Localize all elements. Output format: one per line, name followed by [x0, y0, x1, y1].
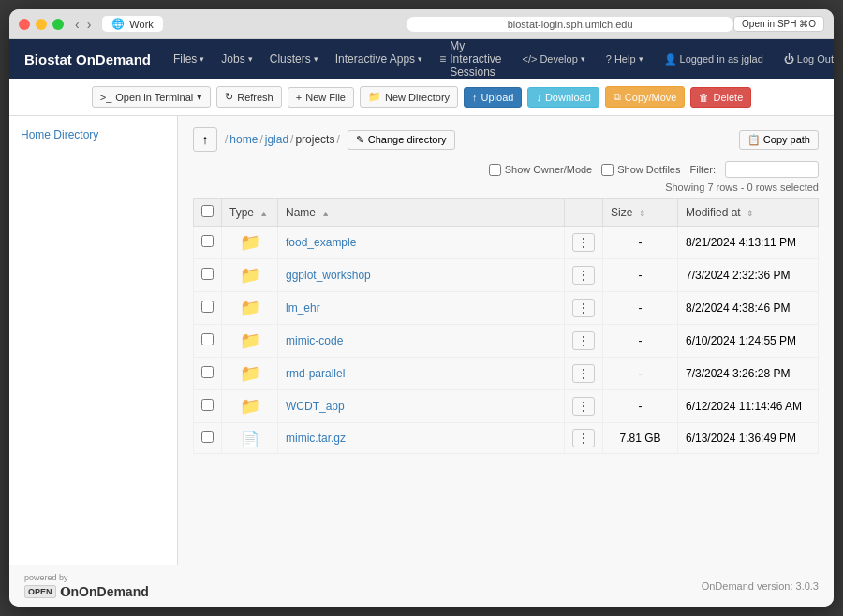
row-modified-0: 8/21/2024 4:13:11 PM [678, 227, 819, 259]
powered-by-text: powered by [24, 573, 149, 582]
trash-icon: 🗑 [699, 92, 709, 103]
row-modified-2: 8/2/2024 4:38:46 PM [678, 292, 819, 325]
maximize-button[interactable] [52, 19, 64, 30]
back-button[interactable]: ‹ [73, 17, 81, 32]
sidebar: Home Directory [9, 116, 178, 565]
show-owner-mode-checkbox[interactable] [489, 164, 501, 176]
new-file-label: New File [305, 92, 346, 103]
minimize-button[interactable] [36, 19, 47, 30]
file-link-5[interactable]: WCDT_app [286, 400, 345, 413]
row-action-button-5[interactable]: ⋮ [572, 397, 595, 416]
file-link-3[interactable]: mimic-code [286, 334, 343, 347]
table-row: 📄 mimic.tar.gz ⋮ 7.81 GB 6/13/2024 1:36:… [194, 423, 819, 454]
refresh-button[interactable]: ↻ Refresh [216, 86, 282, 108]
upload-label: Upload [481, 92, 514, 103]
home-directory-link[interactable]: Home Directory [21, 128, 98, 141]
forward-button[interactable]: › [85, 17, 94, 32]
filter-label-text: Filter: [690, 164, 717, 175]
new-directory-button[interactable]: 📁 New Directory [360, 86, 458, 108]
nav-clusters[interactable]: Clusters ▾ [262, 47, 326, 71]
nav-right: </> Develop ▾ ? Help ▾ 👤 Logged in as jg… [515, 48, 835, 71]
folder-icon: 📁 [240, 331, 260, 350]
file-link-1[interactable]: ggplot_workshop [286, 269, 371, 282]
show-dotfiles-checkbox[interactable] [601, 164, 614, 176]
close-button[interactable] [19, 19, 30, 30]
files-caret: ▾ [200, 54, 204, 64]
row-action-button-1[interactable]: ⋮ [572, 266, 595, 285]
new-file-icon: + [296, 92, 302, 103]
row-action-button-0[interactable]: ⋮ [572, 233, 595, 252]
pencil-icon: ✎ [356, 134, 364, 146]
refresh-label: Refresh [237, 92, 274, 103]
folder-icon: 📁 [240, 364, 260, 383]
row-checkbox-6[interactable] [201, 431, 214, 443]
row-checkbox-3[interactable] [201, 333, 214, 345]
show-dotfiles-label[interactable]: Show Dotfiles [601, 164, 680, 176]
name-column-header[interactable]: Name ▲ [278, 199, 565, 227]
filter-input[interactable] [725, 161, 819, 178]
file-link-4[interactable]: rmd-parallel [286, 367, 345, 380]
row-name-5: WCDT_app [278, 390, 565, 423]
content-area: Home Directory ↑ / home / jglad / projec… [9, 116, 834, 565]
copy-path-button[interactable]: 📋 Copy path [739, 130, 819, 150]
row-checkbox-0[interactable] [201, 235, 214, 247]
file-link-2[interactable]: lm_ehr [286, 301, 320, 315]
up-directory-button[interactable]: ↑ [193, 127, 217, 152]
size-column-header[interactable]: Size ⇕ [603, 199, 678, 227]
path-home-link[interactable]: home [229, 133, 258, 146]
toolbar: >_ Open in Terminal ▾ ↻ Refresh + New Fi… [9, 79, 834, 116]
user-label: Logged in as jglad [680, 53, 763, 65]
tab-label: Work [129, 19, 153, 30]
row-action-button-6[interactable]: ⋮ [572, 429, 595, 447]
path-sep-3: / [336, 133, 339, 146]
navbar: Biostat OnDemand Files ▾ Jobs ▾ Clusters… [9, 39, 834, 79]
row-name-0: food_example [278, 227, 565, 259]
nav-jobs[interactable]: Jobs ▾ [214, 47, 259, 71]
nav-logout[interactable]: ⏻ Log Out [776, 48, 834, 70]
help-caret: ▾ [639, 54, 643, 64]
row-checkbox-4[interactable] [201, 366, 214, 378]
new-file-button[interactable]: + New File [288, 87, 354, 108]
user-icon: 👤 [664, 53, 677, 66]
delete-button[interactable]: 🗑 Delete [690, 87, 751, 108]
row-action-button-3[interactable]: ⋮ [572, 331, 595, 350]
row-action-button-2[interactable]: ⋮ [572, 299, 595, 317]
browser-nav: ‹ › [73, 17, 93, 32]
select-all-checkbox[interactable] [201, 205, 214, 217]
row-size-5: - [603, 390, 678, 423]
url-bar[interactable]: biostat-login.sph.umich.edu [407, 17, 733, 32]
nav-files[interactable]: Files ▾ [166, 47, 212, 71]
modified-column-header[interactable]: Modified at ⇕ [678, 199, 819, 227]
nav-interactive-apps[interactable]: Interactive Apps ▾ [328, 47, 430, 71]
row-checkbox-2[interactable] [201, 301, 214, 313]
interactive-apps-label: Interactive Apps [335, 52, 415, 66]
filter-row: Show Owner/Mode Show Dotfiles Filter: [193, 161, 819, 178]
type-column-header[interactable]: Type ▲ [222, 199, 278, 227]
nav-my-interactive-sessions[interactable]: ≡ My Interactive Sessions [432, 34, 509, 84]
open-in-terminal-button[interactable]: >_ Open in Terminal ▾ [92, 86, 212, 108]
select-all-header [194, 199, 222, 227]
question-icon: ? [606, 53, 612, 65]
open-badge: OPEN [24, 585, 56, 598]
upload-button[interactable]: ↑ Upload [464, 87, 522, 108]
show-owner-mode-label[interactable]: Show Owner/Mode [489, 164, 593, 176]
brand-name: Biostat OnDemand [24, 51, 151, 67]
nav-develop[interactable]: </> Develop ▾ [515, 48, 593, 70]
copy-move-button[interactable]: ⧉ Copy/Move [605, 86, 686, 108]
file-link-0[interactable]: food_example [286, 236, 356, 249]
path-jglad-link[interactable]: jglad [265, 133, 288, 146]
change-directory-button[interactable]: ✎ Change directory [348, 130, 455, 150]
row-action-button-4[interactable]: ⋮ [572, 364, 595, 383]
browser-tab[interactable]: 🌐 Work [102, 16, 162, 32]
help-label: Help [614, 53, 636, 65]
name-sort-icon: ▲ [321, 209, 330, 218]
row-action-3: ⋮ [565, 325, 603, 358]
open-sph-button[interactable]: Open in SPH ⌘O [733, 16, 824, 32]
download-button[interactable]: ↓ Download [527, 87, 599, 108]
nav-user[interactable]: 👤 Logged in as jglad [657, 48, 771, 71]
file-table-body: 📁 food_example ⋮ - 8/21/2024 4:13:11 PM … [194, 227, 819, 454]
file-link-6[interactable]: mimic.tar.gz [286, 432, 346, 445]
nav-help[interactable]: ? Help ▾ [599, 48, 651, 70]
row-checkbox-5[interactable] [201, 399, 214, 411]
row-checkbox-1[interactable] [201, 268, 214, 280]
